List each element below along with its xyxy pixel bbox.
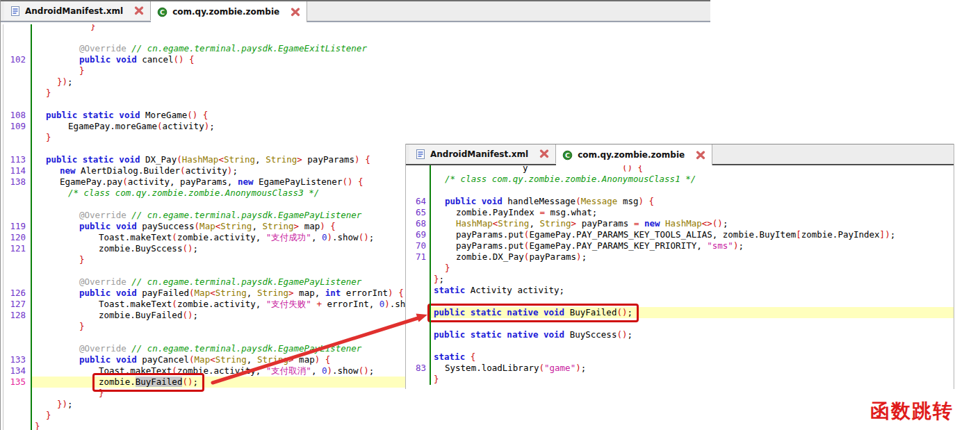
- code-line: 69payParams.put(EgamePay.PAY_PARAMS_KEY_…: [406, 229, 954, 240]
- code-line: }: [406, 374, 954, 385]
- code-text: @Override // cn.egame.terminal.paysdk.Eg…: [31, 43, 710, 54]
- code-line: }: [1, 24, 710, 32]
- line-number: 119: [1, 221, 31, 232]
- code-line: public static native void BuySccess();: [406, 329, 954, 340]
- line-number: 138: [1, 176, 31, 188]
- gutter-separator-line: [430, 165, 431, 385]
- line-number: [1, 321, 31, 332]
- code-line: 71zombie.DX_Pay(payParams);: [406, 251, 954, 263]
- line-number: [1, 76, 31, 88]
- line-number: 113: [1, 154, 31, 165]
- line-number: [406, 285, 430, 296]
- line-number: 127: [1, 299, 31, 310]
- code-line: };: [406, 274, 954, 285]
- code-text: }: [31, 132, 710, 143]
- line-number: [406, 165, 430, 174]
- code-text: [430, 340, 954, 352]
- code-text: });: [31, 399, 710, 410]
- editor-tab[interactable]: AndroidManifest.xml: [4, 1, 151, 20]
- code-line: }: [1, 410, 710, 421]
- code-text: public static void MoreGame() {: [31, 110, 710, 121]
- line-number: [1, 143, 31, 154]
- line-number: [1, 188, 31, 199]
- close-icon[interactable]: [291, 8, 300, 17]
- line-number: [1, 332, 31, 343]
- code-text: y () {: [430, 165, 954, 174]
- popup-editor-window: AndroidManifest.xmlCcom.qy.zombie.zombie…: [405, 144, 954, 389]
- code-text: [31, 32, 710, 43]
- line-number: 108: [1, 110, 31, 121]
- code-line: static Activity activity;: [406, 285, 954, 296]
- code-line: 108public static void MoreGame() {: [1, 110, 710, 121]
- line-number: 128: [1, 310, 31, 321]
- code-line: 70payParams.put(EgamePay.PAY_PARAMS_KEY_…: [406, 240, 954, 251]
- line-number: 120: [1, 232, 31, 243]
- code-line: 65zombie.PayIndex = msg.what;: [406, 207, 954, 218]
- line-number: 64: [406, 196, 430, 207]
- tab-label: com.qy.zombie.zombie: [172, 7, 279, 17]
- code-text: };: [430, 274, 954, 285]
- code-line: 83System.loadLibrary("game");: [406, 363, 954, 374]
- editor-tab[interactable]: Ccom.qy.zombie.zombie: [556, 144, 712, 165]
- code-text: zombie.PayIndex = msg.what;: [430, 207, 954, 218]
- close-icon[interactable]: [134, 6, 144, 15]
- line-number: [406, 307, 430, 318]
- red-box: public static native void BuyFailed();: [427, 304, 639, 322]
- code-text: payParams.put(EgamePay.PAY_PARAMS_KEY_TO…: [430, 229, 954, 240]
- code-line: 68HashMap<String, String> payParams = ne…: [406, 218, 954, 229]
- line-number: 121: [1, 243, 31, 254]
- tab-strip-divider: [1, 20, 710, 22]
- line-number: [1, 132, 31, 143]
- code-text: /* class com.qy.zombie.zombie.AnonymousC…: [430, 174, 954, 185]
- line-number: [406, 374, 430, 385]
- svg-text:C: C: [160, 8, 165, 16]
- code-text: zombie.DX_Pay(payParams);: [430, 251, 954, 263]
- line-number: [1, 410, 31, 421]
- line-number: 83: [406, 363, 430, 374]
- code-line: 102public void cancel() {: [1, 54, 710, 65]
- code-line: y () {: [406, 165, 954, 174]
- popup-code-area[interactable]: y () {/* class com.qy.zombie.zombie.Anon…: [406, 165, 954, 389]
- code-line: }: [406, 263, 954, 274]
- line-number: 68: [406, 218, 430, 229]
- code-text: }: [31, 88, 710, 99]
- code-text: static Activity activity;: [430, 285, 954, 296]
- editor-tab[interactable]: Ccom.qy.zombie.zombie: [151, 1, 307, 22]
- line-number: 109: [1, 121, 31, 132]
- editor-tab[interactable]: AndroidManifest.xml: [409, 144, 556, 163]
- code-line: }: [1, 65, 710, 76]
- close-icon[interactable]: [696, 151, 705, 160]
- code-line: @Override // cn.egame.terminal.paysdk.Eg…: [1, 43, 710, 54]
- main-tab-strip: AndroidManifest.xmlCcom.qy.zombie.zombie: [1, 0, 710, 22]
- line-number: 114: [1, 165, 31, 176]
- line-number: 102: [1, 54, 31, 65]
- code-line: 109EgamePay.moreGame(activity);: [1, 121, 710, 132]
- line-number: [406, 318, 430, 329]
- line-number: [1, 388, 31, 399]
- line-number: [1, 99, 31, 110]
- code-text: payParams.put(EgamePay.PAY_PARAMS_KEY_PR…: [430, 240, 954, 251]
- line-number: [406, 352, 430, 363]
- code-text: HashMap<String, String> payParams = new …: [430, 218, 954, 229]
- line-number: [406, 185, 430, 196]
- line-number: [1, 199, 31, 210]
- line-number: 135: [1, 377, 31, 388]
- line-number: [1, 24, 31, 32]
- close-icon[interactable]: [539, 149, 549, 158]
- screenshot-stage: AndroidManifest.xmlCcom.qy.zombie.zombie…: [0, 0, 980, 430]
- line-number: [1, 421, 31, 430]
- line-number: [1, 32, 31, 43]
- code-line: [1, 32, 710, 43]
- java-class-icon: C: [157, 7, 168, 17]
- line-number: 126: [1, 288, 31, 299]
- tab-label: AndroidManifest.xml: [25, 6, 123, 16]
- code-text: }: [31, 410, 710, 421]
- java-class-icon: C: [562, 150, 573, 160]
- line-number: 65: [406, 207, 430, 218]
- code-text: [31, 99, 710, 110]
- code-line: }: [1, 421, 710, 430]
- line-number: 71: [406, 251, 430, 263]
- code-line: });: [1, 399, 710, 410]
- line-number: [1, 210, 31, 221]
- code-line: /* class com.qy.zombie.zombie.AnonymousC…: [406, 174, 954, 185]
